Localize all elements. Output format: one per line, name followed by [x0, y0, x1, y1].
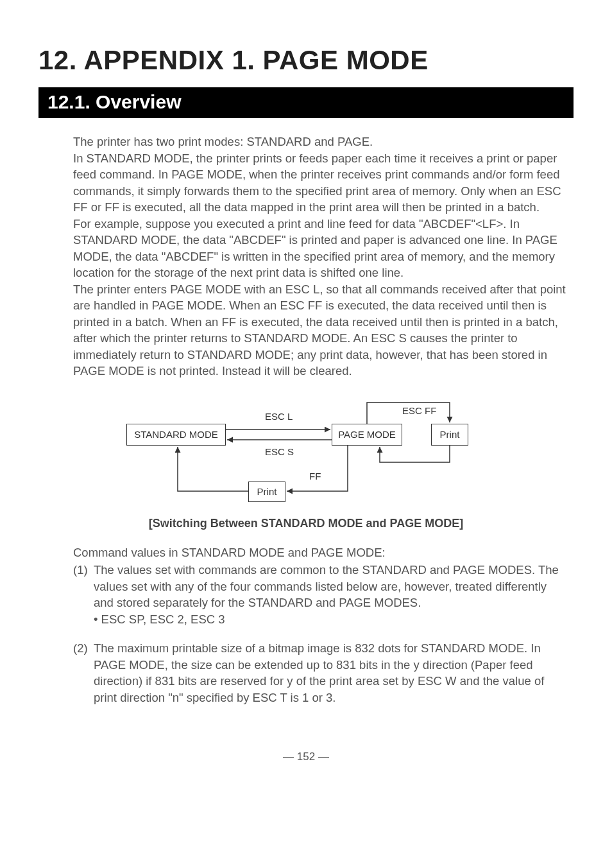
paragraph-4: The printer enters PAGE MODE with an ESC…	[73, 281, 566, 379]
list-item-1-num: (1)	[73, 562, 94, 627]
list-item-1-bullet: • ESC SP, ESC 2, ESC 3	[94, 611, 566, 628]
paragraph-3: For example, suppose you executed a prin…	[73, 216, 566, 281]
list-item-1-body: The values set with commands are common …	[94, 563, 559, 609]
list-item-1: (1) The values set with commands are com…	[73, 562, 566, 627]
list-item-2: (2) The maximum printable size of a bitm…	[73, 640, 566, 706]
page-number: — 152 —	[38, 751, 574, 763]
diagram-arrows	[126, 395, 486, 510]
diagram-caption: [Switching Between STANDARD MODE and PAG…	[38, 517, 574, 530]
paragraph-1: The printer has two print modes: STANDAR…	[73, 134, 566, 150]
list-item-2-num: (2)	[73, 640, 94, 706]
list-item-2-body: The maximum printable size of a bitmap i…	[94, 641, 544, 704]
page-title: 12. APPENDIX 1. PAGE MODE	[38, 45, 574, 76]
section-heading: 12.1. Overview	[38, 87, 574, 118]
list-lead: Command values in STANDARD MODE and PAGE…	[73, 544, 566, 561]
paragraph-2: In STANDARD MODE, the printer prints or …	[73, 150, 566, 216]
mode-switch-diagram: STANDARD MODE PAGE MODE Print Print ESC …	[38, 395, 574, 510]
